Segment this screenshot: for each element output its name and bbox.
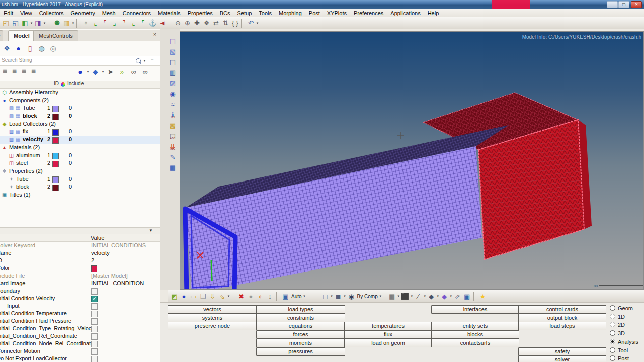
tree-item-color-swatch[interactable] — [52, 176, 59, 183]
panel-button-entity-sets[interactable]: entity sets — [431, 322, 519, 330]
panel-button-equations[interactable]: equations — [256, 322, 345, 330]
export-icon-dropdown[interactable]: ▾ — [43, 21, 46, 25]
panel-button-systems[interactable]: systems — [168, 314, 257, 322]
menu-bcs[interactable]: BCs — [216, 9, 234, 17]
tag-edit-icon[interactable]: ✎ — [167, 153, 178, 163]
rotate-lr-icon[interactable]: ⇄ — [211, 18, 221, 28]
filter-sets-icon[interactable]: ≣ — [29, 66, 38, 75]
menu-post[interactable]: Post — [305, 9, 324, 17]
auto-monitor-icon[interactable]: ▣ — [281, 292, 290, 301]
search-input[interactable]: Search String — [2, 57, 32, 63]
wave-icon[interactable]: ≈ — [167, 100, 178, 110]
panel-button-constraints[interactable]: constraints — [256, 314, 345, 322]
view-flag-icon[interactable]: ◄ — [157, 18, 167, 28]
line-style-icon-dropdown[interactable]: ▾ — [423, 294, 427, 298]
tree-item-color-swatch[interactable] — [52, 129, 59, 136]
elems-sphere-icon-dropdown[interactable]: ▾ — [86, 70, 90, 74]
select-icon[interactable]: ⌖ — [81, 18, 91, 28]
minimize-button[interactable]: – — [607, 1, 618, 8]
tree-item-properties-2-[interactable]: ❖Properties (2) — [0, 167, 160, 175]
undo-icon[interactable]: ↶ — [246, 18, 256, 28]
panel-button-forces[interactable]: forces — [256, 330, 345, 339]
filter-cards-icon[interactable]: ≣ — [19, 66, 29, 75]
wireframe-elems-icon-dropdown[interactable]: ▾ — [397, 294, 400, 298]
fit-view-icon[interactable]: ✚ — [192, 18, 202, 28]
menu-properties[interactable]: Properties — [184, 9, 216, 17]
menu-connectors[interactable]: Connectors — [119, 9, 154, 17]
search-dropdown-icon[interactable]: ▼ — [143, 59, 146, 62]
feature-purple-icon-dropdown[interactable]: ▾ — [449, 294, 453, 298]
entity-edit-icon[interactable]: ● — [179, 292, 189, 301]
tree-item-color-swatch[interactable] — [52, 137, 59, 144]
view-corner6-icon[interactable]: ⌜ — [138, 18, 148, 28]
radio-geom[interactable]: Geom — [610, 305, 633, 312]
radio-post[interactable]: Post — [610, 355, 629, 362]
menu-mesh[interactable]: Mesh — [99, 9, 119, 17]
geom-solid-icon-dropdown[interactable]: ▾ — [101, 70, 105, 74]
undo-icon-dropdown[interactable]: ▾ — [256, 21, 259, 25]
radio-tool[interactable]: Tool — [610, 347, 628, 354]
feature-dark-icon-dropdown[interactable]: ▾ — [436, 294, 440, 298]
entity-row-value[interactable]: INITIAL_CONDITION — [91, 280, 144, 287]
solver-browser-icon[interactable]: ● — [13, 43, 24, 54]
menu-applications[interactable]: Applications — [387, 9, 424, 17]
tree-item-assembly-hierarchy[interactable]: ⬡Assembly Hierarchy — [0, 88, 160, 97]
entity-row-value[interactable]: 2 — [91, 257, 94, 264]
mask-sphere-icon[interactable]: ● — [246, 292, 256, 301]
entity-row-checkbox[interactable] — [91, 303, 98, 310]
export-icon[interactable]: ◨ — [33, 18, 43, 28]
selector-arrow-icon[interactable]: ➤ — [105, 66, 116, 77]
entity-row-value[interactable]: velocity — [91, 249, 110, 257]
isolate-arrow-icon[interactable]: » — [116, 66, 128, 77]
layer-top-icon[interactable]: ▤ — [167, 58, 178, 68]
panel-button-contactsurfs[interactable]: contactsurfs — [431, 339, 519, 347]
panel-button-vectors[interactable]: vectors — [168, 305, 257, 314]
entity-create-icon[interactable]: ◩ — [170, 292, 179, 301]
menu-help[interactable]: Help — [424, 9, 443, 17]
page-edit-icon[interactable]: ▤ — [167, 37, 178, 47]
entity-row-value[interactable]: INITIAL CONDITIONS — [91, 242, 146, 249]
menu-preferences[interactable]: Preferences — [350, 9, 387, 17]
panel-button-safety[interactable]: safety — [518, 347, 606, 356]
geom-solid-icon[interactable]: ◆ — [90, 66, 101, 77]
entity-row-checkbox[interactable] — [91, 341, 98, 347]
panel-button-flux[interactable]: flux — [344, 330, 432, 339]
tree-item-steel[interactable]: ◫steel20 — [0, 159, 160, 167]
feature-purple-icon[interactable]: ◆ — [440, 292, 449, 301]
mask-icon[interactable]: ▧ — [167, 47, 178, 57]
import-icon[interactable]: ◧ — [20, 18, 30, 28]
braces-icon[interactable]: { } — [230, 18, 240, 28]
radio-analysis[interactable]: Analysis — [610, 338, 638, 345]
zoom-in-icon[interactable]: ⊕ — [183, 18, 192, 28]
menu-xyplots[interactable]: XYPlots — [324, 9, 350, 17]
open-model-icon[interactable]: ◰ — [1, 18, 11, 28]
feature-dark-icon[interactable]: ◆ — [427, 292, 436, 301]
tab-model[interactable]: Model — [8, 30, 35, 41]
wireframe-geom-icon-dropdown[interactable]: ▾ — [330, 294, 334, 298]
pan-icon[interactable]: ❖ — [202, 18, 211, 28]
import-icon-dropdown[interactable]: ▾ — [30, 21, 33, 25]
organize-browser-icon[interactable]: ◍ — [36, 43, 47, 54]
divider-collapse-icon[interactable]: ▼ — [149, 228, 153, 233]
shaded-geom-icon[interactable]: ◼ — [334, 292, 343, 301]
view-corner1-icon[interactable]: ⌞ — [91, 18, 100, 28]
layer-mid-icon[interactable]: ▥ — [167, 68, 178, 78]
spin-icon[interactable]: ◉ — [167, 89, 178, 100]
unmask-sphere-icon[interactable]: ◐ — [256, 292, 265, 301]
entity-row-checkbox[interactable] — [91, 348, 98, 355]
tree-item-tube[interactable]: ✦Tube10 — [0, 175, 160, 184]
panels-icon[interactable]: ▦ — [62, 18, 71, 28]
menu-edit[interactable]: Edit — [0, 9, 17, 17]
save-model-icon[interactable]: ◱ — [11, 18, 20, 28]
hide-glasses-icon[interactable]: ∞ — [139, 66, 151, 77]
search-icon[interactable] — [136, 58, 141, 63]
tree-item-velocity[interactable]: ▥▦velocity20 — [0, 136, 160, 144]
user-profile-icon[interactable]: ⚉ — [52, 18, 62, 28]
close-button[interactable]: ✕ — [631, 1, 642, 8]
bycomp-camera-icon[interactable]: ◉ — [347, 292, 356, 301]
wireframe-geom-icon[interactable]: ◻ — [320, 292, 330, 301]
radio-1d[interactable]: 1D — [610, 313, 625, 320]
entity-row-checkbox[interactable] — [91, 333, 98, 340]
tree-item-color-swatch[interactable] — [52, 153, 59, 159]
view-corner3-icon[interactable]: ⌟ — [110, 18, 119, 28]
